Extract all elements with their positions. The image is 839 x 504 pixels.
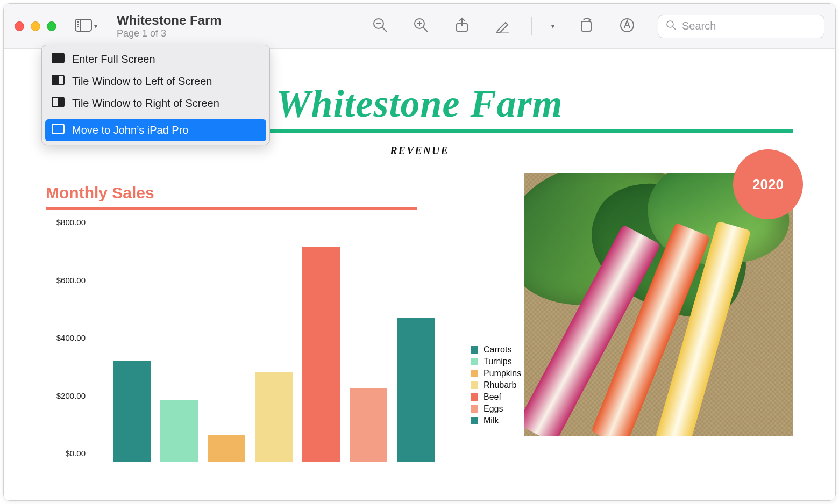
svg-rect-22	[53, 76, 58, 84]
pencil-icon	[495, 17, 511, 35]
close-window-button[interactable]	[15, 21, 24, 31]
rotate-icon	[578, 17, 594, 35]
legend-item: Milk	[471, 416, 521, 426]
document-title: Whitestone Farm	[117, 13, 222, 28]
bar-pumpkins	[208, 435, 245, 462]
tile-left-icon	[52, 75, 65, 88]
toolbar-divider	[531, 17, 532, 35]
legend-swatch	[471, 370, 478, 377]
legend-label: Pumpkins	[484, 369, 521, 378]
page-indicator: Page 1 of 3	[117, 28, 222, 39]
legend-item: Carrots	[471, 345, 521, 355]
legend-swatch	[471, 346, 478, 354]
legend-label: Eggs	[484, 404, 503, 414]
svg-rect-15	[581, 21, 591, 31]
zoom-out-button[interactable]	[365, 15, 396, 38]
menu-label: Enter Full Screen	[72, 53, 155, 66]
fullscreen-window-button[interactable]	[47, 21, 56, 31]
legend-swatch	[471, 417, 478, 424]
menu-tile-left[interactable]: Tile Window to Left of Screen	[42, 70, 269, 92]
svg-point-17	[667, 21, 673, 27]
legend-item: Eggs	[471, 404, 521, 414]
svg-rect-25	[52, 124, 64, 134]
share-icon	[454, 17, 470, 35]
search-input[interactable]	[682, 20, 816, 32]
legend-label: Beef	[484, 392, 501, 402]
legend-swatch	[471, 381, 478, 389]
legend-swatch	[471, 405, 478, 413]
legend-swatch	[471, 393, 478, 401]
svg-line-6	[382, 27, 387, 32]
bar-chart: $0.00$200.00$400.00$600.00$800.00	[46, 220, 454, 462]
year-badge: 2020	[733, 149, 803, 219]
menu-label: Tile Window to Left of Screen	[72, 75, 212, 88]
menu-move-to-ipad[interactable]: Move to John’s iPad Pro	[45, 119, 266, 141]
bar-beef	[302, 247, 340, 462]
titlebar: ▾ Whitestone Farm Page 1 of 3	[4, 4, 835, 49]
markup-button[interactable]	[487, 15, 518, 38]
y-tick: $200.00	[56, 391, 86, 400]
zoom-in-icon	[413, 17, 429, 35]
legend-label: Rhubarb	[484, 380, 516, 390]
legend-label: Milk	[484, 416, 499, 426]
svg-rect-0	[75, 19, 91, 31]
chart-container: Monthly Sales $0.00$200.00$400.00$600.00…	[46, 184, 567, 462]
y-tick: $400.00	[56, 333, 86, 342]
menu-separator	[42, 117, 269, 117]
window-controls	[15, 21, 56, 31]
chart-title: Monthly Sales	[46, 184, 567, 202]
highlight-button[interactable]	[612, 15, 643, 38]
svg-rect-20	[54, 55, 62, 61]
y-tick: $800.00	[56, 218, 86, 227]
legend-item: Rhubarb	[471, 380, 521, 390]
bar-rhubarb	[255, 372, 293, 462]
bar-eggs	[350, 388, 387, 462]
app-window: ▾ Whitestone Farm Page 1 of 3	[3, 3, 836, 501]
view-menu-button[interactable]: ▾	[70, 16, 102, 37]
legend-item: Turnips	[471, 357, 521, 366]
y-tick: $0.00	[65, 449, 86, 458]
bar-carrots	[113, 361, 151, 462]
ipad-icon	[52, 124, 65, 137]
svg-line-18	[673, 26, 676, 29]
page-heading: Whitestone Farm	[276, 82, 563, 126]
chevron-down-icon: ▾	[551, 23, 554, 30]
document-title-block: Whitestone Farm Page 1 of 3	[117, 13, 222, 39]
legend-label: Carrots	[484, 345, 511, 355]
bar-turnips	[160, 400, 198, 462]
legend-item: Pumpkins	[471, 369, 521, 378]
search-field[interactable]	[658, 15, 824, 38]
share-button[interactable]	[446, 15, 478, 38]
tile-right-icon	[52, 97, 65, 110]
svg-rect-24	[58, 98, 63, 106]
chevron-down-icon: ▾	[94, 23, 97, 30]
menu-enter-fullscreen[interactable]: Enter Full Screen	[42, 48, 269, 70]
fullscreen-rect-icon	[52, 53, 65, 66]
svg-line-9	[423, 27, 428, 32]
sidebar-icon	[75, 19, 92, 34]
chart-legend: CarrotsTurnipsPumpkinsRhubarbBeefEggsMil…	[471, 345, 521, 428]
bar-milk	[397, 318, 435, 462]
zoom-out-icon	[372, 17, 388, 35]
search-icon	[666, 20, 677, 33]
legend-swatch	[471, 358, 478, 365]
window-view-menu: Enter Full Screen Tile Window to Left of…	[41, 45, 270, 145]
zoom-in-button[interactable]	[406, 15, 437, 38]
y-tick: $600.00	[56, 275, 86, 284]
legend-label: Turnips	[484, 357, 512, 366]
rotate-button[interactable]	[571, 15, 602, 38]
legend-item: Beef	[471, 392, 521, 402]
chart-title-rule	[46, 207, 417, 210]
highlighter-icon	[619, 17, 635, 35]
menu-label: Move to John’s iPad Pro	[72, 124, 188, 136]
page-subtitle: REVENUE	[46, 145, 793, 157]
menu-label: Tile Window to Right of Screen	[72, 97, 219, 110]
minimize-window-button[interactable]	[31, 21, 40, 31]
photo-block: 2020	[524, 173, 793, 436]
markup-more-button[interactable]: ▾	[545, 15, 561, 38]
menu-tile-right[interactable]: Tile Window to Right of Screen	[42, 92, 269, 114]
